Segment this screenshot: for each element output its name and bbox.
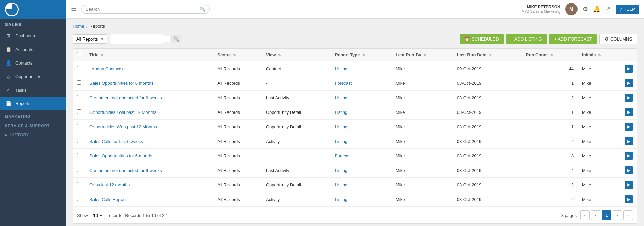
search-icon[interactable]: 🔍 (200, 7, 205, 12)
col-header-title[interactable]: Title ⇅ (85, 49, 213, 61)
add-forecast-label: + ADD FORECAST (554, 36, 592, 42)
table-row: Sales Calls Report All Records Activity … (73, 192, 637, 207)
prev-page-button[interactable]: ‹ (591, 210, 600, 220)
row-initials-9: Mike (578, 192, 621, 207)
row-checkbox-0[interactable] (77, 66, 81, 70)
row-run-count-4: 1 (521, 120, 578, 134)
col-header-report-type[interactable]: Report Type ⇅ (331, 49, 392, 61)
help-icon: ? (620, 7, 622, 12)
sidebar-item-dashboard[interactable]: ⊞ Dashboard (0, 29, 66, 43)
table-row: Opps lost 12 months All Records Opportun… (73, 178, 637, 192)
row-report-type-8: Listing (331, 178, 392, 192)
breadcrumb-home[interactable]: Home (73, 24, 84, 29)
row-view-8: Opportunity Detail (262, 178, 331, 192)
notifications-icon[interactable]: 🔔 (593, 5, 600, 13)
run-button-4[interactable]: ▶ (625, 123, 633, 131)
row-title-9[interactable]: Sales Calls Report (85, 192, 213, 207)
row-view-1: - (262, 76, 331, 91)
first-page-button[interactable]: « (580, 210, 590, 220)
row-title-6[interactable]: Sales Opportunities for 6 months (85, 149, 213, 163)
filter-search-input[interactable] (113, 36, 170, 42)
run-button-0[interactable]: ▶ (625, 65, 633, 73)
row-last-run-date-7: 03-Oct-2019 (453, 163, 521, 178)
row-title-0[interactable]: London Contacts (85, 61, 213, 76)
sidebar-item-accounts[interactable]: 📋 Accounts (0, 43, 66, 56)
sidebar-item-opportunities[interactable]: ◇ Opportunities (0, 70, 66, 83)
service-section-label: SERVICE & SUPPORT (0, 120, 66, 129)
run-button-2[interactable]: ▶ (625, 94, 633, 102)
run-button-9[interactable]: ▶ (625, 195, 633, 203)
row-view-3: Opportunity Detail (262, 105, 331, 120)
sidebar-item-reports[interactable]: 📄 Reports (0, 97, 66, 110)
page-size-dropdown[interactable]: 10 ▼ (91, 212, 105, 219)
row-checkbox-cell (73, 120, 85, 134)
run-button-1[interactable]: ▶ (625, 79, 633, 87)
row-title-2[interactable]: Customers not contacted for 6 weeks (85, 91, 213, 105)
records-label: records (108, 213, 122, 218)
menu-icon[interactable]: ☰ (71, 5, 76, 13)
add-forecast-button[interactable]: + ADD FORECAST (549, 34, 597, 44)
avatar: M (565, 3, 578, 15)
content-area: Home / Reports All Reports ▼ 🔍 ⏰ SCHEDUL… (66, 19, 644, 226)
run-button-6[interactable]: ▶ (625, 152, 633, 160)
run-button-5[interactable]: ▶ (625, 137, 633, 145)
run-button-7[interactable]: ▶ (625, 166, 633, 174)
row-view-0: Contact (262, 61, 331, 76)
row-run-cell-3: ▶ (621, 105, 637, 120)
row-checkbox-cell (73, 91, 85, 105)
next-page-button[interactable]: › (613, 210, 622, 220)
add-listing-button[interactable]: + ADD LISTING (506, 34, 547, 44)
row-checkbox-6[interactable] (77, 153, 81, 157)
gear-icon: ⚙ (605, 36, 609, 42)
row-title-1[interactable]: Sales Opportunities for 6 months (85, 76, 213, 91)
row-checkbox-3[interactable] (77, 109, 81, 114)
col-header-initials[interactable]: Initials ⇅ (578, 49, 621, 61)
settings-icon[interactable]: ⚙ (583, 5, 588, 13)
select-all-checkbox[interactable] (77, 52, 81, 56)
col-header-run-count[interactable]: Run Count ⇅ (521, 49, 578, 61)
row-title-5[interactable]: Sales Calls for last 6 weeks (85, 134, 213, 149)
search-input[interactable] (86, 7, 200, 12)
user-info: MIKE PETERSON XYZ Sales & Marketing (522, 5, 560, 14)
columns-label: COLUMNS (610, 36, 632, 42)
sidebar-item-contacts[interactable]: 👤 Contacts (0, 56, 66, 70)
filter-search-button[interactable]: 🔍 (171, 35, 181, 43)
row-checkbox-8[interactable] (77, 182, 81, 186)
sidebar-item-label: Accounts (15, 47, 33, 52)
row-checkbox-5[interactable] (77, 139, 81, 143)
row-last-run-date-0: 09-Oct-2019 (453, 61, 521, 76)
logo-area (0, 0, 66, 19)
sidebar-item-tasks[interactable]: ✓ Tasks (0, 83, 66, 97)
row-title-4[interactable]: Opportunities Won past 12 Months (85, 120, 213, 134)
row-checkbox-9[interactable] (77, 197, 81, 201)
sidebar: SALES ⊞ Dashboard 📋 Accounts 👤 Contacts … (0, 0, 66, 226)
row-title-3[interactable]: Opportunities Lost past 12 Months (85, 105, 213, 120)
row-checkbox-7[interactable] (77, 168, 81, 172)
row-checkbox-4[interactable] (77, 124, 81, 128)
row-scope-6: All Records (213, 149, 262, 163)
sidebar-item-history[interactable]: ▶ HISTORY (0, 129, 66, 141)
sidebar-item-label: Opportunities (15, 74, 41, 79)
row-checkbox-2[interactable] (77, 95, 81, 99)
current-page-button[interactable]: 1 (602, 210, 611, 220)
col-header-scope[interactable]: Scope ⇅ (213, 49, 262, 61)
scheduled-button[interactable]: ⏰ SCHEDULED (460, 34, 503, 44)
app-logo (5, 3, 19, 16)
columns-button[interactable]: ⚙ COLUMNS (599, 34, 637, 44)
row-last-run-by-0: Mike (392, 61, 453, 76)
col-header-last-run-date[interactable]: Last Run Date ▼ (453, 49, 521, 61)
last-page-button[interactable]: » (623, 210, 633, 220)
col-header-view[interactable]: View ⇅ (262, 49, 331, 61)
row-checkbox-1[interactable] (77, 80, 81, 85)
run-button-8[interactable]: ▶ (625, 181, 633, 189)
help-button[interactable]: ? HELP (616, 5, 639, 14)
share-icon[interactable]: ↗ (606, 5, 611, 13)
filter-dropdown[interactable]: All Reports ▼ (73, 34, 107, 44)
row-title-8[interactable]: Opps lost 12 months (85, 178, 213, 192)
run-button-3[interactable]: ▶ (625, 108, 633, 116)
add-listing-label: + ADD LISTING (511, 36, 542, 42)
row-title-7[interactable]: Customers not contacted for 6 weeks (85, 163, 213, 178)
search-box: 🔍 (81, 5, 210, 14)
row-last-run-by-8: Mike (392, 178, 453, 192)
col-header-last-run-by[interactable]: Last Run By ⇅ (392, 49, 453, 61)
